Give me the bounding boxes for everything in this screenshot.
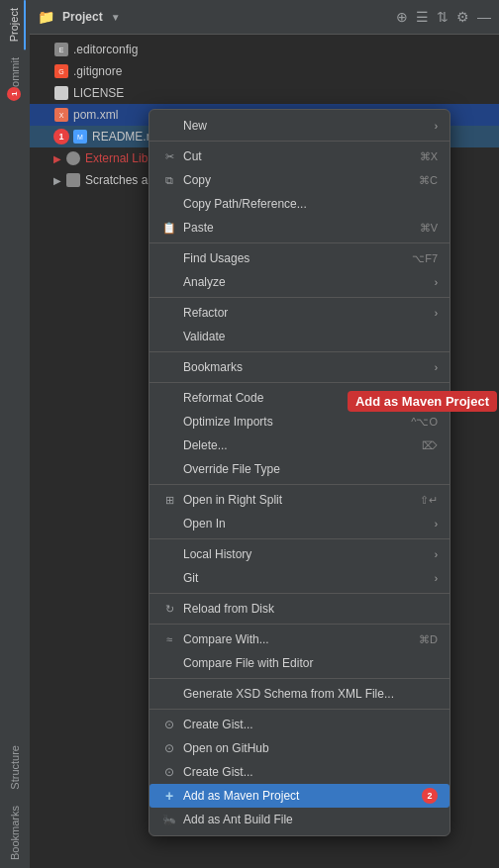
menu-analyze-label: Analyze [183,275,431,289]
tree-item-gitignore[interactable]: G .gitignore [30,60,499,82]
github-icon-3: ⊙ [161,764,177,780]
find-icon [161,250,177,266]
maven-callout: Add as Maven Project [348,391,497,412]
menu-item-compare-editor[interactable]: Compare File with Editor [150,651,449,675]
local-history-arrow: › [435,549,438,560]
analyze-arrow: › [435,277,438,288]
gear-icon[interactable]: ⚙ [456,9,469,25]
readme-badge: 1 [53,129,69,145]
paste-shortcut: ⌘V [420,222,438,235]
pom-label: pom.xml [73,108,118,122]
open-in-arrow: › [435,519,438,530]
history-icon [161,546,177,562]
menu-open-github-label: Open on GitHub [183,741,438,755]
bookmarks-arrow: › [435,362,438,373]
sep-6 [150,484,449,485]
menu-item-local-history[interactable]: Local History › [150,542,449,566]
menu-item-generate-xsd[interactable]: Generate XSD Schema from XML File... [150,682,449,706]
menu-item-create-gist-2[interactable]: ⊙ Create Gist... [150,760,449,784]
sep-1 [150,141,449,142]
sidebar-tab-bookmarks[interactable]: Bookmarks [5,798,25,868]
delete-shortcut: ⌦ [422,439,438,452]
menu-item-open-right-split[interactable]: ⊞ Open in Right Split ⇧↵ [150,488,449,512]
cut-shortcut: ⌘X [420,150,438,163]
globe-icon[interactable]: ⊕ [396,9,408,25]
libs-icon [65,150,81,166]
tree-item-license[interactable]: LICENSE [30,82,499,104]
menu-add-maven-label: Add as Maven Project [183,789,416,803]
menu-item-git[interactable]: Git › [150,566,449,590]
menu-copy-label: Copy [183,173,399,187]
license-label: LICENSE [73,86,124,100]
menu-override-label: Override File Type [183,462,438,476]
gitignore-icon: G [53,63,69,79]
toolbar: 📁 Project ▼ ⊕ ☰ ⇅ ⚙ — [30,0,499,35]
menu-item-add-maven[interactable]: + Add as Maven Project 2 [150,784,449,808]
menu-optimize-label: Optimize Imports [183,415,391,429]
menu-item-copy-path[interactable]: Copy Path/Reference... [150,192,449,216]
menu-item-delete[interactable]: Delete... ⌦ [150,434,449,457]
menu-bookmarks-label: Bookmarks [183,360,431,374]
copy-icon: ⧉ [161,172,177,188]
menu-item-new[interactable]: New › [150,114,449,138]
toolbar-dropdown-arrow[interactable]: ▼ [111,12,121,23]
menu-item-refactor[interactable]: Refactor › [150,301,449,325]
menu-item-bookmarks[interactable]: Bookmarks › [150,355,449,379]
reload-icon: ↻ [161,601,177,617]
compare-icon: ≈ [161,631,177,647]
menu-reload-label: Reload from Disk [183,602,438,616]
menu-new-label: New [183,119,431,133]
menu-item-override-filetype[interactable]: Override File Type [150,457,449,481]
menu-validate-label: Validate [183,330,438,343]
menu-git-label: Git [183,571,431,585]
sidebar-tab-commit[interactable]: Commit 1 [5,49,25,103]
github-icon-1: ⊙ [161,717,177,732]
refactor-icon [161,305,177,321]
find-usages-shortcut: ⌥F7 [412,252,438,265]
menu-local-history-label: Local History [183,547,431,561]
menu-item-add-ant[interactable]: 🐜 Add as Ant Build File [150,808,449,831]
menu-find-usages-label: Find Usages [183,251,392,265]
menu-item-optimize[interactable]: Optimize Imports ^⌥O [150,410,449,434]
menu-item-create-gist-1[interactable]: ⊙ Create Gist... [150,713,449,736]
menu-item-validate[interactable]: Validate [150,325,449,348]
sep-7 [150,538,449,539]
sidebar-tab-structure[interactable]: Structure [5,737,25,798]
menu-item-open-github[interactable]: ⊙ Open on GitHub [150,736,449,760]
new-icon [161,118,177,134]
menu-generate-xsd-label: Generate XSD Schema from XML File... [183,687,438,701]
filter-icon[interactable]: ⇅ [437,9,449,25]
sidebar-tab-project[interactable]: Project [4,0,26,49]
menu-item-find-usages[interactable]: Find Usages ⌥F7 [150,246,449,270]
menu-create-gist-2-label: Create Gist... [183,765,438,779]
layout-icon[interactable]: ☰ [416,9,429,25]
sep-5 [150,382,449,383]
xsd-icon [161,686,177,702]
git-icon [161,570,177,586]
sep-11 [150,709,449,710]
delete-icon [161,437,177,453]
analyze-icon [161,274,177,290]
tree-item-editorconfig[interactable]: E .editorconfig [30,39,499,60]
menu-create-gist-1-label: Create Gist... [183,718,438,731]
bookmarks-icon [161,359,177,375]
minimize-icon[interactable]: — [477,9,491,25]
commit-badge: 1 [7,87,21,101]
menu-cut-label: Cut [183,149,400,163]
menu-item-analyze[interactable]: Analyze › [150,270,449,294]
menu-item-compare-with[interactable]: ≈ Compare With... ⌘D [150,627,449,651]
maven-badge: 2 [422,788,438,804]
md-icon: M [72,129,88,145]
menu-item-reload[interactable]: ↻ Reload from Disk [150,597,449,621]
split-icon: ⊞ [161,492,177,508]
paste-icon: 📋 [161,220,177,236]
menu-item-open-in[interactable]: Open In › [150,512,449,535]
menu-compare-editor-label: Compare File with Editor [183,656,438,670]
git-arrow: › [435,573,438,584]
menu-compare-with-label: Compare With... [183,632,399,646]
menu-item-copy[interactable]: ⧉ Copy ⌘C [150,168,449,192]
menu-item-cut[interactable]: ✂ Cut ⌘X [150,145,449,168]
compare-editor-icon [161,655,177,671]
sep-2 [150,242,449,243]
menu-item-paste[interactable]: 📋 Paste ⌘V [150,216,449,240]
